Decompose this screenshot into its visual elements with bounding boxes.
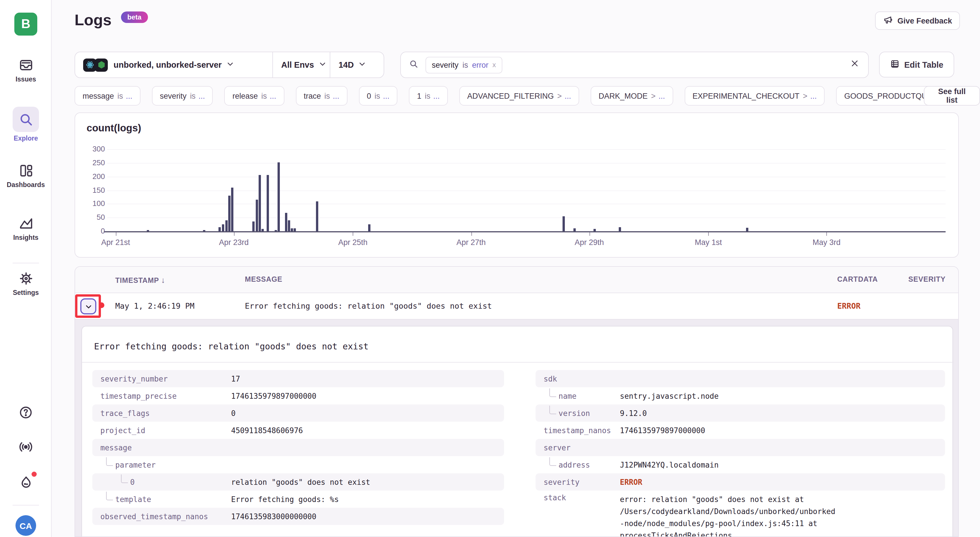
- column-header-message[interactable]: MESSAGE: [245, 276, 282, 284]
- table-row[interactable]: May 1, 2:46:19 PM Error fetching goods: …: [75, 293, 958, 320]
- date-range-selector[interactable]: 14D: [330, 52, 383, 78]
- chart-bar[interactable]: [563, 216, 565, 231]
- filter-chip-message[interactable]: messageis...: [75, 86, 140, 105]
- chart-bar[interactable]: [256, 200, 258, 231]
- column-header-timestamp[interactable]: TIMESTAMP ↓: [115, 276, 165, 285]
- help-icon[interactable]: [18, 405, 33, 422]
- chip-key: 1: [417, 91, 421, 100]
- chart-bar[interactable]: [225, 220, 228, 231]
- whats-new-flame-icon[interactable]: [18, 475, 34, 493]
- chart-bar[interactable]: [619, 227, 621, 231]
- sidebar-item-label: Insights: [0, 234, 52, 241]
- chart-bar[interactable]: [368, 224, 370, 231]
- attribute-key: parameter: [92, 461, 231, 469]
- attribute-value: 1746135979897000000: [620, 426, 705, 435]
- chevron-down-icon: [358, 60, 366, 70]
- attribute-key: server: [536, 443, 620, 452]
- chart-bar[interactable]: [222, 224, 224, 231]
- chip-ellipsis: ...: [383, 91, 390, 100]
- search-input[interactable]: severity is error x: [400, 52, 869, 78]
- attribute-key: timestamp_nanos: [536, 426, 620, 435]
- chart-x-tick-mark: [234, 233, 234, 236]
- chart-bar[interactable]: [203, 230, 205, 231]
- attribute-row: trace_flags0: [92, 405, 504, 422]
- chart-bar[interactable]: [231, 187, 234, 231]
- column-header-cartdata[interactable]: CARTDATA: [837, 276, 878, 284]
- sidebar-item-settings[interactable]: Settings: [0, 271, 52, 296]
- chart-y-tick-label: 250: [82, 158, 105, 167]
- edit-table-button[interactable]: Edit Table: [879, 52, 954, 78]
- chart-bar[interactable]: [291, 228, 293, 231]
- chart-bar[interactable]: [316, 201, 318, 231]
- filter-chip-trace[interactable]: traceis...: [296, 86, 347, 105]
- chart-bar[interactable]: [219, 227, 221, 231]
- filter-chip-severity[interactable]: severityis...: [152, 86, 213, 105]
- attribute-key-text: severity: [544, 478, 579, 486]
- attribute-row: message: [92, 439, 504, 456]
- attribute-row: stackerror: relation "goods" does not ex…: [536, 491, 945, 537]
- chart-x-tick-label: May 1st: [682, 238, 734, 247]
- chart-bar[interactable]: [261, 229, 264, 231]
- search-clear-icon[interactable]: [850, 59, 859, 70]
- date-range-selector-value: 14D: [339, 60, 354, 69]
- search-filter-token[interactable]: severity is error x: [425, 56, 502, 73]
- sidebar-item-issues[interactable]: Issues: [0, 57, 52, 83]
- attribute-key-text: name: [558, 392, 577, 400]
- token-remove-icon[interactable]: x: [493, 61, 496, 69]
- chart-bar[interactable]: [285, 213, 287, 231]
- attribute-row: addressJ12PWN42YQ.localdomain: [536, 456, 945, 473]
- give-feedback-button[interactable]: Give Feedback: [875, 11, 960, 30]
- chip-ellipsis: ...: [333, 91, 339, 100]
- attribute-key-text: address: [558, 461, 590, 469]
- filter-chip-advanced_filtering[interactable]: ADVANCED_FILTERING>...: [459, 86, 579, 105]
- chart-bar[interactable]: [259, 175, 261, 231]
- chart-bar[interactable]: [573, 228, 576, 231]
- token-operator: is: [463, 61, 468, 69]
- chip-key: ADVANCED_FILTERING: [467, 91, 554, 100]
- chart-bar[interactable]: [294, 228, 296, 231]
- sidebar-item-label: Explore: [0, 135, 52, 142]
- org-logo[interactable]: B: [14, 13, 37, 35]
- filter-chip-release[interactable]: releaseis...: [224, 86, 285, 105]
- attribute-value: 0: [231, 409, 236, 417]
- detail-divider: [82, 362, 954, 363]
- chart-bar[interactable]: [267, 175, 269, 231]
- chip-operator: is: [190, 91, 196, 100]
- attribute-row: severity_number17: [92, 370, 504, 387]
- project-selector[interactable]: unborked, unborked-server: [75, 52, 273, 78]
- chart-bar[interactable]: [746, 228, 748, 231]
- attribute-value: 1746135983000000000: [231, 512, 316, 521]
- broadcast-icon[interactable]: [18, 440, 33, 457]
- page-filter-bar: unborked, unborked-server All Envs 14D: [75, 52, 384, 78]
- chart-y-tick-label: 100: [82, 199, 105, 208]
- see-full-list-button[interactable]: See full list: [924, 86, 980, 105]
- chip-operator: is: [261, 91, 267, 100]
- chart-bar[interactable]: [229, 196, 231, 231]
- attribute-key-text: message: [100, 443, 132, 452]
- environment-selector[interactable]: All Envs: [273, 52, 330, 78]
- sidebar-item-insights[interactable]: Insights: [0, 216, 52, 241]
- chip-operator: >: [803, 91, 807, 100]
- megaphone-icon: [883, 15, 893, 26]
- log-attributes-table-right: sdknamesentry.javascript.nodeversion9.12…: [536, 370, 945, 537]
- annotation-highlight-dot: [99, 302, 104, 308]
- filter-chip-0[interactable]: 0is...: [359, 86, 398, 105]
- sidebar-item-explore[interactable]: Explore: [0, 107, 52, 142]
- chart-bar[interactable]: [252, 222, 255, 231]
- column-header-severity[interactable]: SEVERITY: [908, 276, 946, 284]
- sidebar-item-dashboards[interactable]: Dashboards: [0, 163, 52, 188]
- filter-chip-dark_mode[interactable]: DARK_MODE>...: [591, 86, 673, 105]
- chart-bar[interactable]: [288, 220, 290, 231]
- user-avatar[interactable]: CA: [16, 515, 36, 536]
- annotation-highlight-box: [75, 294, 101, 318]
- attribute-key: project_id: [92, 426, 231, 435]
- chip-ellipsis: ...: [810, 91, 817, 100]
- filter-chip-1[interactable]: 1is...: [409, 86, 447, 105]
- attribute-row: namesentry.javascript.node: [536, 387, 945, 405]
- chart-bar[interactable]: [274, 230, 277, 231]
- chart-bar[interactable]: [278, 163, 280, 231]
- chart-bar[interactable]: [593, 229, 596, 231]
- chart-bar[interactable]: [146, 230, 149, 231]
- filter-chip-experimental_checkout[interactable]: EXPERIMENTAL_CHECKOUT>...: [684, 86, 825, 105]
- attribute-key: observed_timestamp_nanos: [92, 512, 231, 521]
